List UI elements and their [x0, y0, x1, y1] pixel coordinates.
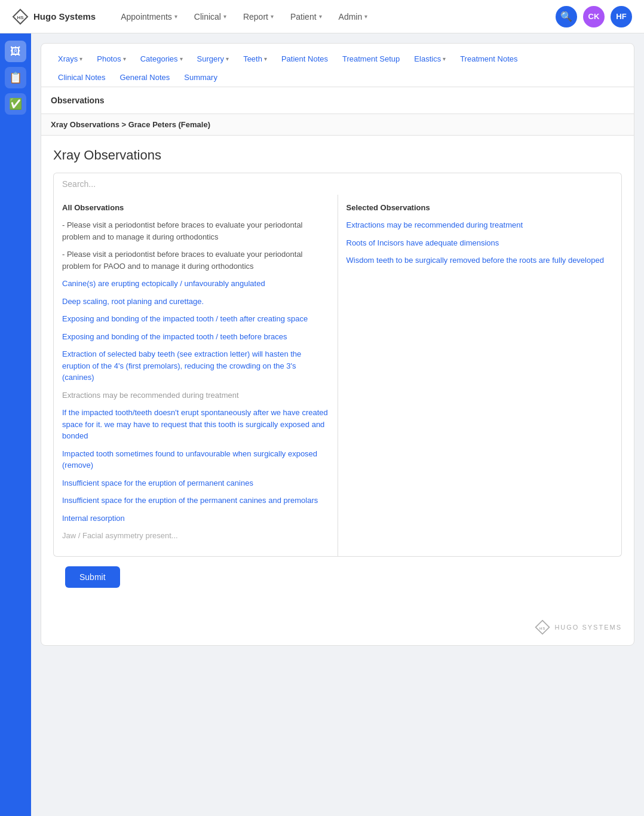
subnav-treatment-notes[interactable]: Treatment Notes	[453, 50, 525, 68]
sidebar: 🖼 📋 ✅	[0, 33, 31, 816]
list-item[interactable]: Deep scaling, root planing and curettage…	[62, 296, 329, 308]
list-item[interactable]: Exposing and bonding of the impacted too…	[62, 331, 329, 343]
clipboard-icon: 📋	[9, 71, 22, 84]
list-item[interactable]: Insufficient space for the eruption of t…	[62, 495, 329, 507]
chevron-down-icon: ▾	[180, 56, 183, 62]
list-item[interactable]: Jaw / Facial asymmetry present...	[62, 530, 329, 542]
nav-actions: 🔍 CK HF	[556, 6, 632, 27]
xray-title: Xray Observations	[53, 148, 622, 163]
footer-brand: HUGO SYSTEMS	[554, 624, 622, 631]
layout: 🖼 📋 ✅ Xrays ▾ Photos ▾ Categori	[0, 33, 644, 816]
list-item[interactable]: Extractions may be recommended during tr…	[62, 389, 329, 401]
list-item[interactable]: Extractions may be recommended during tr…	[346, 219, 614, 231]
subnav-categories[interactable]: Categories ▾	[133, 50, 190, 68]
image-icon: 🖼	[10, 45, 21, 58]
topnav: HS Hugo Systems Appointments ▾ Clinical …	[0, 0, 644, 33]
chevron-down-icon: ▾	[79, 56, 82, 62]
subnav-xrays[interactable]: Xrays ▾	[51, 50, 90, 68]
logo-diamond-icon: HS	[12, 8, 29, 25]
list-item[interactable]: - Please visit a periodontist before bra…	[62, 249, 329, 272]
search-wrapper	[53, 173, 622, 195]
chevron-down-icon: ▾	[264, 56, 267, 62]
app-name: Hugo Systems	[33, 11, 96, 22]
nav-clinical[interactable]: Clinical ▾	[187, 7, 234, 26]
list-item[interactable]: Extraction of selected baby teeth (see e…	[62, 348, 329, 384]
all-observations-col: All Observations - Please visit a period…	[54, 195, 338, 556]
list-item[interactable]: Wisdom teeth to be surgically removed be…	[346, 254, 614, 266]
main-content: Xrays ▾ Photos ▾ Categories ▾ Surgery ▾ …	[31, 33, 644, 816]
search-input[interactable]	[62, 179, 613, 189]
chevron-down-icon: ▾	[174, 13, 177, 20]
subnav-photos[interactable]: Photos ▾	[90, 50, 133, 68]
nav-links: Appointments ▾ Clinical ▾ Report ▾ Patie…	[114, 7, 556, 26]
list-item[interactable]: Insufficient space for the eruption of p…	[62, 477, 329, 489]
logo[interactable]: HS Hugo Systems	[12, 8, 96, 25]
selected-observations-col: Selected Observations Extractions may be…	[338, 195, 622, 556]
subnav-row2: Clinical Notes General Notes Summary	[51, 68, 624, 87]
list-item[interactable]: - Please visit a periodontist before bra…	[62, 219, 329, 243]
search-icon: 🔍	[560, 11, 572, 22]
chevron-down-icon: ▾	[319, 13, 322, 20]
all-observations-header: All Observations	[62, 203, 329, 212]
subnav-summary[interactable]: Summary	[177, 68, 225, 87]
sidebar-icon-check[interactable]: ✅	[5, 93, 26, 115]
chevron-down-icon: ▾	[271, 13, 274, 20]
subnav: Xrays ▾ Photos ▾ Categories ▾ Surgery ▾ …	[41, 44, 634, 87]
footer: HS HUGO SYSTEMS	[41, 609, 634, 645]
list-item[interactable]: If the impacted tooth/teeth doesn't erup…	[62, 407, 329, 442]
nav-admin[interactable]: Admin ▾	[332, 7, 375, 26]
chevron-down-icon: ▾	[443, 56, 446, 62]
chevron-down-icon: ▾	[223, 13, 226, 20]
search-button[interactable]: 🔍	[556, 6, 577, 27]
nav-report[interactable]: Report ▾	[236, 7, 281, 26]
list-item[interactable]: Internal resorption	[62, 513, 329, 524]
subnav-general-notes[interactable]: General Notes	[112, 68, 177, 87]
list-item[interactable]: Canine(s) are erupting ectopically / unf…	[62, 278, 329, 290]
user-ck-avatar[interactable]: CK	[583, 6, 605, 27]
list-item[interactable]: Roots of Incisors have adequate dimensio…	[346, 237, 614, 249]
list-item[interactable]: Exposing and bonding of the impacted too…	[62, 313, 329, 325]
submit-button[interactable]: Submit	[65, 566, 120, 588]
section-header: Observations	[41, 87, 634, 114]
subnav-patient-notes[interactable]: Patient Notes	[274, 50, 335, 68]
subnav-row1: Xrays ▾ Photos ▾ Categories ▾ Surgery ▾ …	[51, 50, 624, 68]
footer-logo-icon: HS	[534, 619, 551, 636]
main-card: Xrays ▾ Photos ▾ Categories ▾ Surgery ▾ …	[41, 43, 634, 646]
chevron-down-icon: ▾	[226, 56, 229, 62]
check-circle-icon: ✅	[9, 97, 22, 111]
list-item[interactable]: Impacted tooth sometimes found to unfavo…	[62, 448, 329, 471]
subnav-treatment-setup[interactable]: Treatment Setup	[335, 50, 407, 68]
nav-patient[interactable]: Patient ▾	[283, 7, 329, 26]
subnav-clinical-notes[interactable]: Clinical Notes	[51, 68, 112, 87]
svg-text:HS: HS	[539, 625, 545, 630]
user-hf-avatar[interactable]: HF	[611, 6, 632, 27]
sidebar-icon-image[interactable]: 🖼	[5, 41, 26, 62]
observations-grid: All Observations - Please visit a period…	[53, 195, 622, 557]
selected-observations-header: Selected Observations	[346, 203, 614, 212]
subnav-surgery[interactable]: Surgery ▾	[190, 50, 237, 68]
xray-observations-container: Xray Observations All Observations - Ple…	[41, 136, 634, 609]
chevron-down-icon: ▾	[364, 13, 367, 20]
svg-text:HS: HS	[17, 15, 24, 20]
chevron-down-icon: ▾	[123, 56, 126, 62]
subnav-teeth[interactable]: Teeth ▾	[236, 50, 274, 68]
breadcrumb: Xray Observations > Grace Peters (Female…	[41, 114, 634, 136]
subnav-elastics[interactable]: Elastics ▾	[407, 50, 453, 68]
sidebar-icon-clipboard[interactable]: 📋	[5, 67, 26, 88]
nav-appointments[interactable]: Appointments ▾	[114, 7, 185, 26]
submit-area: Submit	[53, 557, 622, 597]
